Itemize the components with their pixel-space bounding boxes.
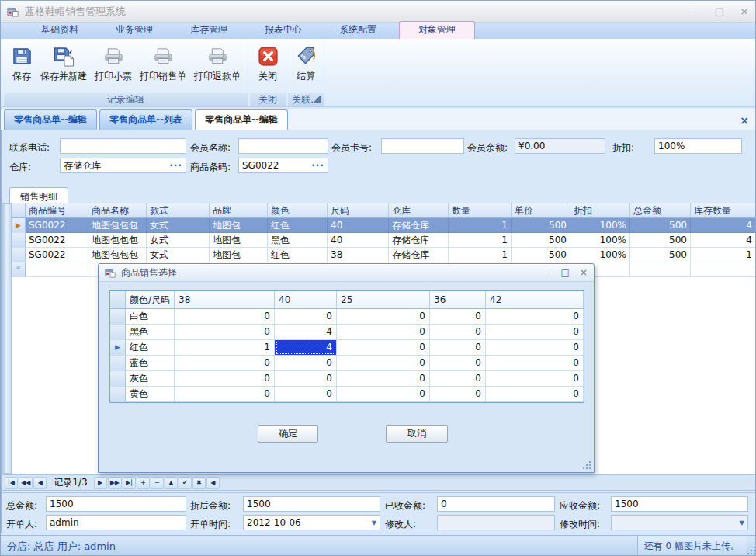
ellipsis-icon[interactable]: ··· [311, 160, 324, 171]
ellipsis-icon[interactable]: ··· [169, 160, 182, 171]
grid-header-cell[interactable]: 仓库 [389, 203, 449, 218]
ribbon-tab-6[interactable]: 对象管理 [399, 21, 475, 39]
collapse-navigator-button[interactable]: ◀ [206, 477, 220, 489]
grid-cell[interactable]: 0 [275, 371, 337, 387]
maximize-button[interactable]: □ [713, 5, 726, 17]
doc-tab-3[interactable]: 零售商品单--编辑 [195, 109, 288, 130]
grid-header-cell[interactable]: 数量 [449, 203, 512, 218]
grid-header-cell[interactable]: 36 [430, 291, 486, 309]
grid-cell[interactable]: 0 [430, 325, 486, 340]
grid-header-cell[interactable]: 单价 [512, 203, 570, 218]
grid-cell[interactable]: 黑色 [126, 325, 175, 340]
print-refund-order-button[interactable]: 打印退款单 [190, 42, 244, 92]
grid-cell[interactable] [691, 262, 756, 277]
grid-cell[interactable]: 500 [512, 233, 570, 248]
grid-cell[interactable]: 黄色 [126, 387, 175, 402]
grid-cell[interactable]: 蓝色 [126, 356, 175, 371]
row-indicator[interactable] [110, 387, 126, 402]
prev-record-button[interactable]: ◀ [33, 477, 47, 489]
grid-cell[interactable]: 地图包 [210, 248, 268, 262]
minimize-button[interactable]: – [688, 5, 701, 17]
row-indicator[interactable]: ▶ [12, 218, 26, 233]
grid-cell[interactable]: 白色 [126, 309, 175, 325]
grid-header-cell[interactable]: 颜色 [268, 203, 328, 218]
row-indicator[interactable] [110, 309, 126, 325]
grid-cell[interactable]: 0 [486, 309, 584, 325]
dialog-resize-grip[interactable] [583, 461, 591, 469]
grid-header-cell[interactable]: 42 [486, 291, 584, 309]
grid-cell[interactable]: 4 [691, 218, 756, 233]
save-and-new-button[interactable]: 保存并新建 [36, 42, 91, 92]
grid-cell[interactable]: 0 [430, 371, 486, 387]
grid-cell[interactable]: 灰色 [126, 371, 175, 387]
grid-cell[interactable]: 0 [430, 340, 486, 356]
cancel-edit-button[interactable]: ✖ [192, 477, 206, 489]
grid-cell[interactable]: 0 [175, 387, 275, 402]
grid-cell[interactable]: 1 [691, 248, 756, 262]
grid-cell[interactable]: 100% [570, 218, 630, 233]
ribbon-tab-2[interactable]: 业务管理 [97, 22, 172, 39]
grid-cell[interactable]: 存储仓库 [389, 218, 449, 233]
grid-cell[interactable]: 0 [430, 356, 486, 371]
grid-header-cell[interactable]: 库存数量 [691, 203, 756, 218]
row-indicator[interactable] [110, 371, 126, 387]
next-record-button[interactable]: ▶ [94, 477, 107, 489]
new-row-indicator[interactable]: * [12, 262, 26, 277]
dialog-minimize-button[interactable]: – [546, 267, 551, 278]
grid-cell[interactable]: 女式 [147, 248, 210, 262]
receivable-input[interactable]: 1500 [611, 496, 748, 512]
doc-tab-2[interactable]: 零售商品单--列表 [99, 109, 192, 130]
delete-record-button[interactable]: − [151, 477, 164, 489]
grid-cell[interactable]: 地图包 [210, 218, 268, 233]
close-button[interactable]: × [738, 5, 751, 17]
grid-cell[interactable]: SG0022 [26, 248, 88, 262]
grid-cell[interactable]: 100% [570, 233, 630, 248]
ok-button[interactable]: 确定 [258, 425, 318, 443]
doc-tab-close-icon[interactable]: × [740, 114, 749, 127]
barcode-picker[interactable]: SG0022 ··· [238, 158, 328, 173]
grid-header-cell[interactable]: 25 [337, 291, 430, 309]
grid-cell[interactable]: 红色 [268, 218, 328, 233]
row-indicator[interactable] [110, 356, 126, 371]
cancel-button[interactable]: 取消 [386, 425, 448, 443]
row-indicator[interactable] [12, 233, 26, 248]
member-card-input[interactable] [381, 138, 464, 154]
window-resize-grip[interactable] [747, 547, 755, 554]
grid-cell[interactable]: 0 [486, 387, 584, 402]
grid-cell[interactable]: 1 [449, 248, 512, 262]
last-record-button[interactable]: ▶| [123, 477, 136, 489]
grid-cell[interactable]: 红色 [126, 340, 175, 356]
grid-cell[interactable]: 0 [430, 387, 486, 402]
grid-cell[interactable]: 0 [175, 325, 275, 340]
modify-time-picker[interactable]: ▼ [611, 515, 748, 530]
grid-cell[interactable]: 0 [275, 387, 337, 402]
grid-header-cell[interactable]: 折扣 [570, 203, 630, 218]
phone-input[interactable] [60, 138, 186, 154]
save-button[interactable]: 保存 [7, 42, 36, 92]
grid-cell[interactable]: 地图包包包 [88, 248, 147, 262]
grid-cell[interactable]: 500 [630, 218, 691, 233]
grid-cell[interactable]: 1 [175, 340, 275, 356]
grid-cell[interactable]: 0 [337, 371, 430, 387]
print-receipt-button[interactable]: 打印小票 [91, 42, 136, 92]
grid-header-cell[interactable]: 40 [275, 291, 337, 309]
settle-button[interactable]: $结算 [291, 42, 321, 92]
grid-cell[interactable]: 0 [275, 309, 337, 325]
grid-cell[interactable]: 地图包包包 [88, 218, 147, 233]
warehouse-picker[interactable]: 存储仓库 ··· [60, 158, 186, 173]
grid-cell[interactable]: 0 [175, 356, 275, 371]
grid-cell[interactable]: 0 [337, 387, 430, 402]
grid-header-cell[interactable]: 商品名称 [88, 203, 147, 218]
grid-cell[interactable]: 0 [175, 371, 275, 387]
row-indicator[interactable]: ▶ [110, 340, 126, 356]
grid-cell[interactable]: SG0022 [26, 233, 88, 248]
post-edit-button[interactable]: ✔ [179, 477, 192, 489]
print-sales-order-button[interactable]: 打印销售单 [136, 42, 190, 92]
grid-cell[interactable]: 1 [449, 218, 512, 233]
dialog-maximize-button[interactable]: □ [561, 267, 570, 278]
grid-cell[interactable]: 0 [430, 309, 486, 325]
grid-header-cell[interactable]: 颜色/尺码 [126, 291, 175, 309]
grid-cell[interactable] [630, 262, 691, 277]
grid-cell[interactable] [26, 262, 88, 277]
grid-header-cell[interactable]: 商品编号 [26, 203, 88, 218]
